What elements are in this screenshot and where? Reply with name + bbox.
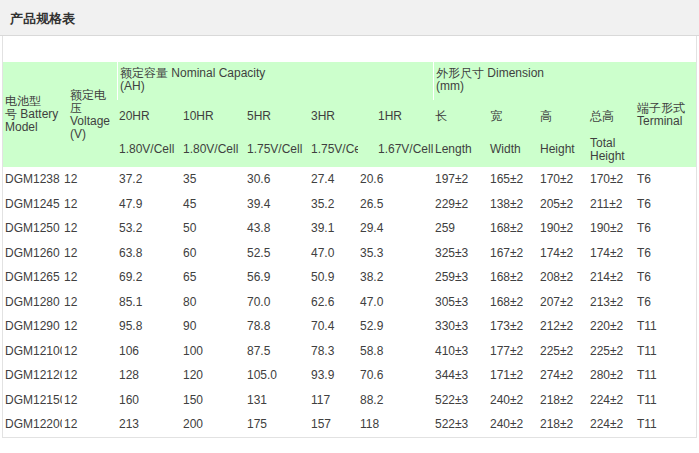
cell-10hr: 65 [181,265,245,290]
cell-terminal: T11 [635,388,696,413]
cell-terminal: T6 [635,290,696,315]
cell-5hr: 131 [245,388,309,413]
cell-height: 205±2 [538,192,588,217]
cell-5hr: 105.0 [245,363,309,388]
cell-20hr: 160 [117,388,181,413]
col-group-dimension: 外形尺寸 Dimension (mm) [433,62,635,100]
cell-3hr: 70.4 [309,314,358,339]
cell-3hr: 39.1 [309,216,358,241]
cell-10hr: 150 [181,388,245,413]
cell-total-height: 170±2 [588,167,635,192]
cell-height: 212±2 [538,314,588,339]
cell-terminal: T6 [635,192,696,217]
cell-model: DGM1250 [3,216,62,241]
cell-length: 325±3 [433,241,488,266]
cell-20hr: 85.1 [117,290,181,315]
page-title: 产品规格表 [10,11,75,26]
cell-model: DGM12120 [3,363,62,388]
cell-5hr: 78.8 [245,314,309,339]
cell-model: DGM12100 [3,339,62,364]
cell-5hr: 87.5 [245,339,309,364]
cell-length: 229±2 [433,192,488,217]
cell-total-height: 225±2 [588,339,635,364]
cell-terminal: T11 [635,412,696,437]
cell-1hr: 26.5 [358,192,433,217]
col-header-total-height-cn: 总高 [588,100,635,132]
spec-table: 电池型 号 Battery Model 额定电压 Voltage (V) 额定容… [3,62,696,437]
col-subheader-1hr-cutoff: 1.67V/Cell [358,132,433,167]
col-header-3hr: 3HR [309,100,358,132]
cell-terminal: T6 [635,241,696,266]
cell-voltage: 12 [62,192,117,217]
cell-width: 240±2 [488,388,538,413]
col-header-battery-model: 电池型 号 Battery Model [3,62,62,167]
cell-width: 168±2 [488,216,538,241]
cell-model: DGM1265 [3,265,62,290]
col-header-height-cn: 高 [538,100,588,132]
cell-voltage: 12 [62,363,117,388]
col-subheader-height: Height [538,132,588,167]
cell-10hr: 90 [181,314,245,339]
cell-5hr: 175 [245,412,309,437]
cell-total-height: 211±2 [588,192,635,217]
cell-10hr: 120 [181,363,245,388]
cell-10hr: 200 [181,412,245,437]
cell-1hr: 38.2 [358,265,433,290]
cell-3hr: 35.2 [309,192,358,217]
cell-height: 190±2 [538,216,588,241]
cell-voltage: 12 [62,265,117,290]
cell-model: DGM12200 [3,412,62,437]
cell-total-height: 224±2 [588,388,635,413]
cell-10hr: 35 [181,167,245,192]
cell-3hr: 27.4 [309,167,358,192]
cell-5hr: 39.4 [245,192,309,217]
cell-3hr: 78.3 [309,339,358,364]
col-header-5hr: 5HR [245,100,309,132]
cell-width: 165±2 [488,167,538,192]
cell-20hr: 128 [117,363,181,388]
cell-length: 344±3 [433,363,488,388]
cell-20hr: 69.2 [117,265,181,290]
col-header-10hr: 10HR [181,100,245,132]
cell-terminal: T11 [635,314,696,339]
cell-height: 218±2 [538,412,588,437]
cell-height: 218±2 [538,388,588,413]
col-header-voltage: 额定电压 Voltage (V) [62,62,117,167]
cell-voltage: 12 [62,388,117,413]
cell-10hr: 60 [181,241,245,266]
col-header-1hr: 1HR [358,100,433,132]
cell-height: 207±2 [538,290,588,315]
cell-3hr: 93.9 [309,363,358,388]
cell-1hr: 118 [358,412,433,437]
cell-voltage: 12 [62,412,117,437]
cell-height: 225±2 [538,339,588,364]
cell-model: DGM1245 [3,192,62,217]
col-header-length-cn: 长 [433,100,488,132]
col-subheader-5hr-cutoff: 1.75V/Cell [245,132,309,167]
col-header-terminal: 端子形式 Terminal [635,62,696,167]
cell-3hr: 157 [309,412,358,437]
cell-width: 168±2 [488,265,538,290]
cell-total-height: 280±2 [588,363,635,388]
cell-20hr: 47.9 [117,192,181,217]
cell-total-height: 214±2 [588,265,635,290]
cell-10hr: 100 [181,339,245,364]
cell-length: 305±3 [433,290,488,315]
cell-20hr: 63.8 [117,241,181,266]
cell-3hr: 117 [309,388,358,413]
cell-width: 173±2 [488,314,538,339]
cell-terminal: T6 [635,167,696,192]
title-bar: 产品规格表 [0,0,699,36]
cell-width: 171±2 [488,363,538,388]
cell-20hr: 213 [117,412,181,437]
cell-1hr: 29.4 [358,216,433,241]
cell-length: 522±3 [433,388,488,413]
cell-5hr: 43.8 [245,216,309,241]
cell-3hr: 47.0 [309,241,358,266]
cell-10hr: 50 [181,216,245,241]
cell-model: DGM1238 [3,167,62,192]
col-subheader-20hr-cutoff: 1.80V/Cell [117,132,181,167]
cell-voltage: 12 [62,241,117,266]
cell-1hr: 52.9 [358,314,433,339]
cell-10hr: 45 [181,192,245,217]
